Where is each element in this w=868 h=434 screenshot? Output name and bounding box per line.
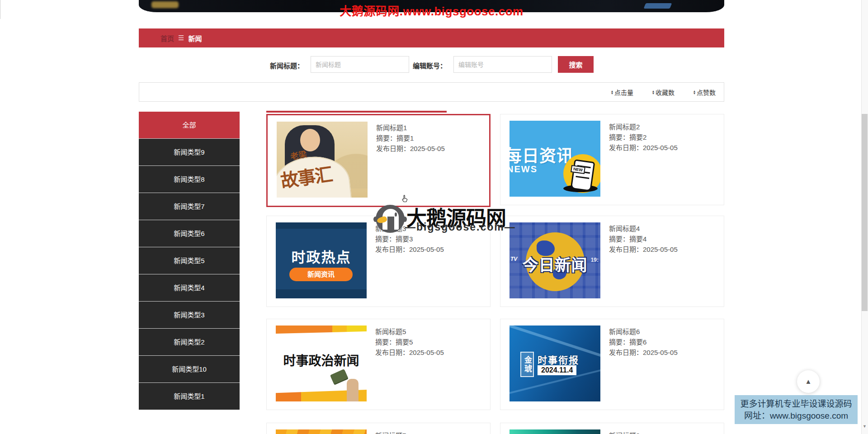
breadcrumb-current: 新闻	[188, 33, 202, 43]
promo-line1: 更多计算机专业毕设课设源码	[735, 398, 858, 410]
sort-arrows-icon: ▴▾	[693, 90, 695, 94]
goose-logo-icon	[376, 205, 405, 233]
news-date: 发布日期：2025-05-05	[375, 347, 444, 358]
news-date: 发布日期：2025-05-05	[376, 143, 445, 154]
news-thumbnail-7	[276, 429, 367, 434]
breadcrumb: 首页 ☰ 新闻	[139, 28, 724, 47]
news-thumbnail-2: 每日资讯 NEWS NEW	[509, 121, 600, 197]
news-summary: 摘要：摘要1	[376, 133, 445, 143]
news-date: 发布日期：2025-05-05	[609, 244, 678, 255]
editor-account-label: 编辑账号：	[413, 61, 447, 70]
news-date: 发布日期：2025-05-05	[609, 142, 678, 153]
category-sidebar: 全部 新闻类型9 新闻类型8 新闻类型7 新闻类型6 新闻类型5 新闻类型4 新…	[139, 112, 240, 410]
promo-line2: 网址：www.bigsgoose.com	[735, 410, 858, 422]
thumb2-heading: 每日资讯	[509, 142, 574, 167]
sort-by-clicks[interactable]: ▴▾ 点击量	[611, 88, 633, 97]
thumb4-heading: 今日新闻	[509, 252, 600, 275]
hover-indicator-line	[266, 111, 447, 113]
sort-clicks-label: 点击量	[614, 88, 633, 97]
top-watermark-text: 大鹅源码网.www.bigsgoose.com	[139, 2, 724, 19]
news-date: 发布日期：2025-05-05	[609, 347, 678, 358]
editor-account-input[interactable]	[453, 56, 552, 73]
news-summary: 摘要：摘要6	[609, 337, 678, 347]
news-summary: 摘要：摘要5	[375, 337, 444, 347]
news-card-5[interactable]: 时事政治新闻 新闻标题5 摘要：摘要5 发布日期：2025-05-05	[266, 319, 491, 410]
sidebar-item-type7[interactable]: 新闻类型7	[139, 193, 240, 220]
sort-likes-label: 点赞数	[697, 88, 716, 97]
scrollbar-thumb[interactable]	[862, 114, 868, 311]
news-title: 新闻标题5	[375, 326, 444, 337]
news-thumbnail-6: 金琥 时事衔报 2024.11.4	[509, 326, 600, 401]
sort-arrows-icon: ▴▾	[652, 90, 654, 94]
sidebar-item-type10[interactable]: 新闻类型10	[139, 356, 240, 383]
back-to-top-button[interactable]: ▲	[797, 370, 820, 393]
search-button[interactable]: 搜索	[558, 56, 594, 73]
sort-favorites-label: 收藏数	[656, 88, 675, 97]
news-thumbnail-8	[509, 429, 600, 434]
scrollbar-down-arrow[interactable]: ▼	[863, 424, 867, 429]
news-date: 发布日期：2025-05-05	[375, 244, 444, 255]
sidebar-item-type6[interactable]: 新闻类型6	[139, 220, 240, 247]
news-summary: 摘要：摘要3	[375, 234, 444, 244]
sidebar-item-type4[interactable]: 新闻类型4	[139, 274, 240, 302]
sort-by-likes[interactable]: ▴▾ 点赞数	[693, 88, 716, 97]
news-card-4[interactable]: TV 19: 今日新闻 新闻标题4 摘要：摘要4 发布日期：2025-05-05	[500, 216, 724, 307]
breadcrumb-home-link[interactable]: 首页	[160, 33, 174, 43]
news-thumbnail-4: TV 19: 今日新闻	[509, 222, 600, 298]
news-summary: 摘要：摘要2	[609, 132, 678, 142]
arrow-up-icon: ▲	[805, 377, 812, 385]
thumb6-series: 时事衔报	[538, 353, 579, 366]
sidebar-item-type5[interactable]: 新闻类型5	[139, 247, 240, 274]
center-watermark-domain: —bigsgoose.com—	[405, 221, 516, 233]
promo-box: 更多计算机专业毕设课设源码 网址：www.bigsgoose.com	[735, 395, 858, 424]
news-title: 新闻标题1	[376, 123, 445, 133]
news-title-label: 新闻标题：	[270, 61, 304, 70]
edge-artifact	[0, 0, 0, 19]
news-list-page: 大鹅源码网.www.bigsgoose.com 首页 ☰ 新闻 新闻标题： 编辑…	[0, 0, 868, 434]
news-thumbnail-3: 时政热点 新闻资讯	[276, 222, 367, 298]
sidebar-item-type3[interactable]: 新闻类型3	[139, 302, 240, 329]
sort-by-favorites[interactable]: ▴▾ 收藏数	[652, 88, 675, 97]
news-card-6[interactable]: 金琥 时事衔报 2024.11.4 新闻标题6 摘要：摘要6 发布日期：2025…	[500, 319, 724, 410]
thumb2-subheading: NEWS	[509, 164, 538, 175]
sort-bar: ▴▾ 点击量 ▴▾ 收藏数 ▴▾ 点赞数	[139, 82, 724, 102]
thumb6-logo: 金琥	[520, 352, 534, 377]
thumb3-tag: 新闻资讯	[289, 268, 353, 281]
sidebar-item-type8[interactable]: 新闻类型8	[139, 166, 240, 193]
news-card-1[interactable]: 老梁 故事汇 新闻标题1 摘要：摘要1 发布日期：2025-05-05	[266, 114, 491, 207]
news-summary: 摘要：摘要4	[609, 234, 678, 244]
thumb3-heading: 时政热点	[276, 246, 367, 266]
news-title: 新闻标题4	[609, 223, 678, 234]
news-card-2[interactable]: 每日资讯 NEWS NEW 新闻标题2 摘要：摘要2 发布日期：2025-05-…	[500, 114, 724, 205]
news-thumbnail-1: 老梁 故事汇	[277, 122, 368, 198]
menu-icon: ☰	[178, 34, 184, 42]
news-title: 新闻标题6	[609, 326, 678, 337]
news-card-7[interactable]: 新闻标题7	[266, 423, 491, 434]
thumb5-heading: 时事政治新闻	[276, 351, 367, 369]
news-title-input[interactable]	[311, 56, 409, 73]
sort-arrows-icon: ▴▾	[611, 90, 613, 94]
news-title: 新闻标题2	[609, 122, 678, 132]
sidebar-item-type9[interactable]: 新闻类型9	[139, 139, 240, 166]
scrollbar-track[interactable]: ▼	[861, 0, 868, 434]
news-title: 新闻标题7	[375, 430, 406, 434]
news-thumbnail-5: 时事政治新闻	[276, 326, 367, 401]
sidebar-item-type1[interactable]: 新闻类型1	[139, 383, 240, 410]
thumb6-date: 2024.11.4	[538, 365, 576, 375]
sidebar-item-type2[interactable]: 新闻类型2	[139, 329, 240, 356]
news-card-8[interactable]: 新闻标题8	[500, 423, 724, 434]
news-title: 新闻标题8	[609, 430, 640, 434]
sidebar-item-all[interactable]: 全部	[139, 112, 240, 139]
